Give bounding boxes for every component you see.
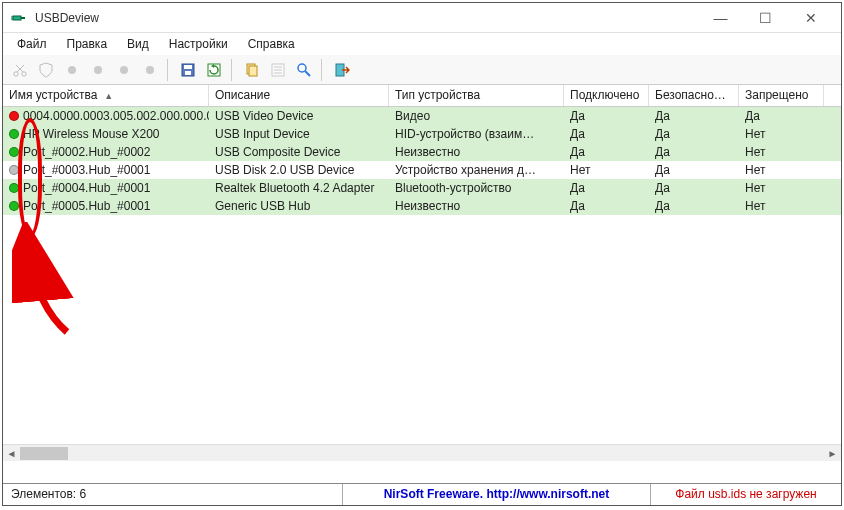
cell-type: HID-устройство (взаим… xyxy=(389,127,564,141)
properties-icon[interactable] xyxy=(267,59,289,81)
table-row[interactable]: 0004.0000.0003.005.002.000.000.0…USB Vid… xyxy=(3,107,841,125)
menu-help[interactable]: Справка xyxy=(240,35,303,53)
status-count: Элементов: 6 xyxy=(3,484,343,505)
cell-denied: Нет xyxy=(739,127,824,141)
menu-edit[interactable]: Правка xyxy=(59,35,116,53)
shield-icon[interactable] xyxy=(35,59,57,81)
toolbar-separator xyxy=(231,59,235,81)
table-row[interactable]: Port_#0005.Hub_#0001Generic USB HubНеизв… xyxy=(3,197,841,215)
cell-connected: Да xyxy=(564,181,649,195)
copy-icon[interactable] xyxy=(241,59,263,81)
cell-desc: Realtek Bluetooth 4.2 Adapter xyxy=(209,181,389,195)
cell-desc: USB Composite Device xyxy=(209,145,389,159)
dot2-icon[interactable] xyxy=(87,59,109,81)
app-window: USBDeview — ☐ ✕ Файл Правка Вид Настройк… xyxy=(2,2,842,506)
status-dot-icon xyxy=(9,111,19,121)
cell-denied: Нет xyxy=(739,199,824,213)
cell-name: Port_#0004.Hub_#0001 xyxy=(23,181,150,195)
svg-point-10 xyxy=(120,66,128,74)
cell-connected: Да xyxy=(564,109,649,123)
list-view: Имя устройства ▲ Описание Тип устройства… xyxy=(3,85,841,483)
cell-name: HP Wireless Mouse X200 xyxy=(23,127,160,141)
dot4-icon[interactable] xyxy=(139,59,161,81)
column-headers: Имя устройства ▲ Описание Тип устройства… xyxy=(3,85,841,107)
find-icon[interactable] xyxy=(293,59,315,81)
column-header-name[interactable]: Имя устройства ▲ xyxy=(3,85,209,106)
save-icon[interactable] xyxy=(177,59,199,81)
close-button[interactable]: ✕ xyxy=(788,3,833,33)
svg-point-22 xyxy=(298,64,306,72)
toolbar-separator xyxy=(167,59,171,81)
svg-line-6 xyxy=(17,65,24,72)
table-row[interactable]: Port_#0002.Hub_#0002USB Composite Device… xyxy=(3,143,841,161)
refresh-icon[interactable] xyxy=(203,59,225,81)
status-ids: Файл usb.ids не загружен xyxy=(651,484,841,505)
cell-name: Port_#0003.Hub_#0001 xyxy=(23,163,150,177)
menubar: Файл Правка Вид Настройки Справка xyxy=(3,33,841,55)
column-header-safe[interactable]: Безопасное … xyxy=(649,85,739,106)
scroll-right-arrow-icon[interactable]: ► xyxy=(824,445,841,462)
cell-type: Устройство хранения д… xyxy=(389,163,564,177)
cell-safe: Да xyxy=(649,181,739,195)
cell-connected: Нет xyxy=(564,163,649,177)
column-header-type[interactable]: Тип устройства xyxy=(389,85,564,106)
titlebar[interactable]: USBDeview — ☐ ✕ xyxy=(3,3,841,33)
svg-rect-14 xyxy=(185,71,191,75)
cell-name: Port_#0002.Hub_#0002 xyxy=(23,145,150,159)
rows-container: 0004.0000.0003.005.002.000.000.0…USB Vid… xyxy=(3,107,841,215)
maximize-button[interactable]: ☐ xyxy=(743,3,788,33)
svg-rect-13 xyxy=(184,65,192,69)
scroll-thumb[interactable] xyxy=(20,447,68,460)
status-dot-icon xyxy=(9,201,19,211)
svg-rect-17 xyxy=(249,66,257,76)
scissors-icon[interactable] xyxy=(9,59,31,81)
status-dot-icon xyxy=(9,183,19,193)
cell-safe: Да xyxy=(649,127,739,141)
cell-type: Неизвестно xyxy=(389,199,564,213)
cell-connected: Да xyxy=(564,199,649,213)
status-dot-icon xyxy=(9,129,19,139)
scroll-left-arrow-icon[interactable]: ◄ xyxy=(3,445,20,462)
cell-name: Port_#0005.Hub_#0001 xyxy=(23,199,150,213)
svg-rect-1 xyxy=(21,17,25,19)
status-link[interactable]: NirSoft Freeware. http://www.nirsoft.net xyxy=(343,484,651,505)
menu-view[interactable]: Вид xyxy=(119,35,157,53)
dot1-icon[interactable] xyxy=(61,59,83,81)
svg-rect-0 xyxy=(13,16,21,20)
cell-desc: USB Video Device xyxy=(209,109,389,123)
app-icon xyxy=(11,10,27,26)
column-header-desc[interactable]: Описание xyxy=(209,85,389,106)
svg-line-7 xyxy=(16,65,23,72)
menu-file[interactable]: Файл xyxy=(9,35,55,53)
table-row[interactable]: Port_#0004.Hub_#0001Realtek Bluetooth 4.… xyxy=(3,179,841,197)
svg-line-23 xyxy=(305,71,310,76)
toolbar-separator xyxy=(321,59,325,81)
cell-safe: Да xyxy=(649,145,739,159)
cell-safe: Да xyxy=(649,199,739,213)
table-row[interactable]: Port_#0003.Hub_#0001USB Disk 2.0 USB Dev… xyxy=(3,161,841,179)
exit-icon[interactable] xyxy=(331,59,353,81)
cell-safe: Да xyxy=(649,109,739,123)
statusbar: Элементов: 6 NirSoft Freeware. http://ww… xyxy=(3,483,841,505)
cell-desc: USB Input Device xyxy=(209,127,389,141)
status-dot-icon xyxy=(9,165,19,175)
menu-settings[interactable]: Настройки xyxy=(161,35,236,53)
cell-denied: Нет xyxy=(739,145,824,159)
cell-type: Неизвестно xyxy=(389,145,564,159)
svg-point-11 xyxy=(146,66,154,74)
table-row[interactable]: HP Wireless Mouse X200USB Input DeviceHI… xyxy=(3,125,841,143)
horizontal-scrollbar[interactable]: ◄ ► xyxy=(3,444,841,461)
cell-type: Видео xyxy=(389,109,564,123)
cell-type: Bluetooth-устройство xyxy=(389,181,564,195)
column-header-connected[interactable]: Подключено xyxy=(564,85,649,106)
svg-point-4 xyxy=(14,71,18,75)
svg-point-9 xyxy=(94,66,102,74)
cell-name: 0004.0000.0003.005.002.000.000.0… xyxy=(23,109,209,123)
cell-safe: Да xyxy=(649,163,739,177)
column-header-denied[interactable]: Запрещено xyxy=(739,85,824,106)
minimize-button[interactable]: — xyxy=(698,3,743,33)
cell-connected: Да xyxy=(564,145,649,159)
cell-desc: USB Disk 2.0 USB Device xyxy=(209,163,389,177)
dot3-icon[interactable] xyxy=(113,59,135,81)
cell-denied: Да xyxy=(739,109,824,123)
